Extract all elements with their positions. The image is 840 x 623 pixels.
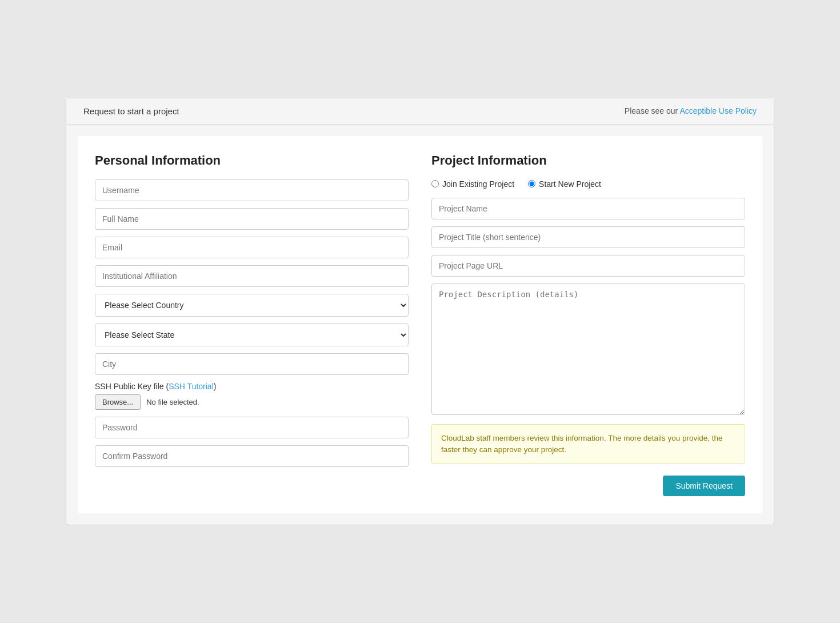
affiliation-group [95, 265, 409, 287]
project-title-input[interactable] [431, 226, 745, 248]
info-box-text: CloudLab staff members review this infor… [441, 434, 723, 454]
policy-prefix: Please see our [625, 106, 680, 115]
join-project-radio[interactable] [431, 180, 439, 187]
state-select[interactable]: Please Select State [95, 324, 409, 346]
password-group [95, 417, 409, 438]
start-project-label[interactable]: Start New Project [528, 179, 601, 189]
file-upload-row: Browse... No file selected. [95, 394, 409, 410]
submit-row: Submit Request [431, 476, 745, 496]
page-container: Request to start a project Please see ou… [66, 98, 774, 526]
affiliation-input[interactable] [95, 265, 409, 287]
main-content: Personal Information Please Select Count… [78, 136, 762, 514]
project-section-title: Project Information [431, 153, 745, 168]
fullname-input[interactable] [95, 208, 409, 230]
project-description-group [431, 283, 745, 417]
state-group: Please Select State [95, 324, 409, 346]
username-group [95, 179, 409, 201]
project-url-input[interactable] [431, 255, 745, 277]
password-input[interactable] [95, 417, 409, 438]
top-bar: Request to start a project Please see ou… [66, 98, 774, 125]
no-file-label: No file selected. [146, 398, 199, 406]
project-name-group [431, 198, 745, 219]
country-select[interactable]: Please Select Country [95, 294, 409, 317]
fullname-group [95, 208, 409, 230]
city-group [95, 353, 409, 375]
info-box: CloudLab staff members review this infor… [431, 424, 745, 465]
country-group: Please Select Country [95, 294, 409, 317]
policy-link[interactable]: Acceptible Use Policy [679, 106, 757, 115]
project-title-group [431, 226, 745, 248]
submit-button[interactable]: Submit Request [663, 476, 745, 496]
join-project-label[interactable]: Join Existing Project [431, 179, 514, 189]
project-url-group [431, 255, 745, 277]
page-title: Request to start a project [83, 106, 179, 116]
email-group [95, 237, 409, 258]
ssh-group: SSH Public Key file (SSH Tutorial) Brows… [95, 382, 409, 410]
project-type-radio-group: Join Existing Project Start New Project [431, 179, 745, 189]
project-description-textarea[interactable] [431, 283, 745, 415]
browse-button[interactable]: Browse... [95, 394, 141, 410]
email-input[interactable] [95, 237, 409, 258]
project-name-input[interactable] [431, 198, 745, 219]
project-info-section: Project Information Join Existing Projec… [431, 153, 745, 497]
confirm-password-input[interactable] [95, 445, 409, 467]
ssh-label: SSH Public Key file (SSH Tutorial) [95, 382, 409, 391]
ssh-tutorial-link[interactable]: SSH Tutorial [169, 382, 214, 391]
start-project-text: Start New Project [539, 179, 601, 189]
personal-section-title: Personal Information [95, 153, 409, 168]
city-input[interactable] [95, 353, 409, 375]
join-project-text: Join Existing Project [442, 179, 514, 189]
two-column-layout: Personal Information Please Select Count… [95, 153, 745, 497]
ssh-label-close: ) [214, 382, 217, 391]
confirm-password-group [95, 445, 409, 467]
start-project-radio[interactable] [528, 180, 535, 187]
ssh-label-text: SSH Public Key file ( [95, 382, 169, 391]
policy-text: Please see our Acceptible Use Policy [625, 106, 757, 115]
username-input[interactable] [95, 179, 409, 201]
personal-info-section: Personal Information Please Select Count… [95, 153, 409, 497]
